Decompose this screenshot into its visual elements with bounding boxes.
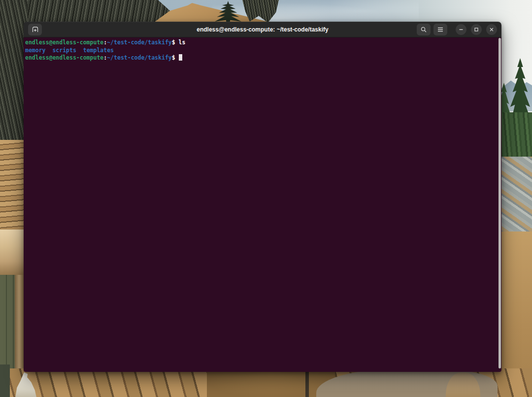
- window-title: endless@endless-compute: ~/test-code/tas…: [197, 26, 328, 33]
- terminal-line: endless@endless-compute:~/test-code/task…: [25, 54, 497, 62]
- wallpaper-shingle-corner: [0, 364, 10, 397]
- terminal-text-segment: scripts: [52, 47, 76, 54]
- wallpaper-pole: [305, 368, 309, 397]
- maximize-icon: [473, 27, 479, 33]
- menu-icon: [437, 26, 444, 33]
- terminal-viewport[interactable]: endless@endless-compute:~/test-code/task…: [24, 37, 501, 372]
- terminal-line: endless@endless-compute:~/test-code/task…: [25, 39, 497, 47]
- terminal-scrollbar[interactable]: [499, 38, 501, 368]
- terminal-output: endless@endless-compute:~/test-code/task…: [25, 39, 497, 62]
- terminal-text-segment: [76, 47, 83, 54]
- terminal-text-segment: [46, 47, 53, 54]
- maximize-button[interactable]: [471, 24, 482, 35]
- terminal-cursor: [179, 54, 182, 61]
- terminal-text-segment: ~/test-code/taskify: [107, 39, 172, 46]
- minimize-icon: [458, 27, 464, 33]
- minimize-button[interactable]: [456, 24, 466, 35]
- close-icon: [489, 27, 495, 33]
- terminal-text-segment: memory: [25, 47, 46, 54]
- tab-new-icon: [32, 26, 39, 33]
- menu-button[interactable]: [433, 24, 447, 35]
- terminal-text-segment: $: [172, 54, 179, 61]
- close-button[interactable]: [486, 24, 497, 35]
- terminal-line: memory scripts templates: [25, 47, 497, 55]
- terminal-text-segment: templates: [83, 47, 114, 54]
- new-tab-button[interactable]: [28, 24, 42, 35]
- terminal-text-segment: endless@endless-compute: [25, 39, 103, 46]
- terminal-text-segment: $: [172, 39, 179, 46]
- desktop: endless@endless-compute: ~/test-code/tas…: [0, 0, 532, 397]
- wallpaper-sandy-ground: [207, 370, 335, 397]
- wallpaper-wood-shingles: [0, 140, 27, 234]
- terminal-text-segment: ~/test-code/taskify: [107, 54, 172, 61]
- terminal-window: endless@endless-compute: ~/test-code/tas…: [24, 22, 501, 372]
- search-button[interactable]: [417, 24, 431, 35]
- wallpaper-wood-post: [15, 275, 25, 371]
- search-icon: [420, 26, 427, 33]
- terminal-text-segment: ls: [179, 39, 186, 46]
- terminal-text-segment: endless@endless-compute: [25, 54, 103, 61]
- window-titlebar[interactable]: endless@endless-compute: ~/test-code/tas…: [24, 22, 501, 37]
